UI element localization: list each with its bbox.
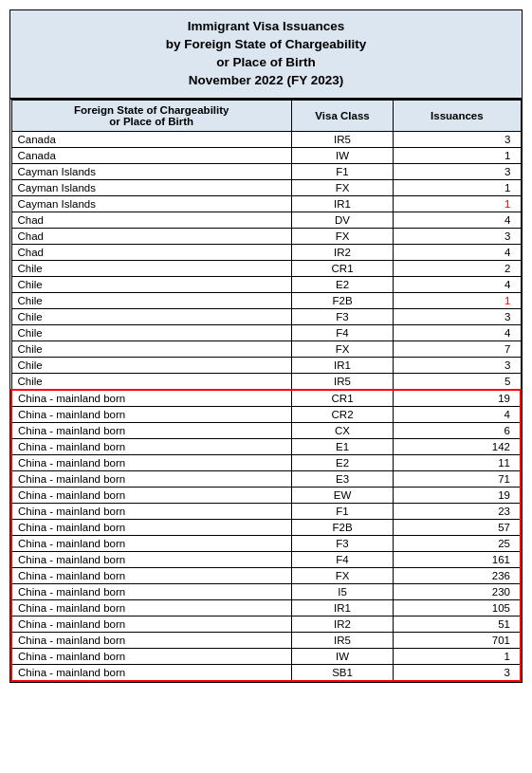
cell-visa: IR5 [291,632,393,648]
cell-issuances: 3 [394,163,521,179]
table-row: China - mainland bornF4161 [11,551,521,567]
table-row: CanadaIW1 [11,147,521,163]
table-row: China - mainland bornIW1 [11,648,521,664]
cell-visa: F4 [291,551,393,567]
cell-country: Cayman Islands [11,163,291,179]
cell-country: China - mainland born [11,519,291,535]
cell-issuances: 4 [394,406,521,422]
title-line3: or Place of Birth [216,55,315,69]
table-row: CanadaIR53 [11,131,521,147]
table-row: China - mainland bornE211 [11,454,521,470]
cell-issuances: 3 [394,308,521,324]
cell-issuances: 161 [394,551,521,567]
table-row: China - mainland bornE371 [11,470,521,487]
cell-country: Chad [11,228,291,244]
cell-visa: IR1 [291,599,393,616]
table-row: China - mainland bornEW19 [11,487,521,503]
cell-issuances: 4 [394,244,521,260]
title-line2: by Foreign State of Chargeability [166,37,367,51]
cell-visa: IR1 [291,195,393,212]
cell-issuances: 4 [394,324,521,340]
main-table: Foreign State of Chargeabilityor Place o… [10,100,522,682]
title-line4: November 2022 (FY 2023) [189,73,343,87]
cell-issuances: 3 [394,228,521,244]
cell-country: China - mainland born [11,648,291,664]
cell-visa: I5 [291,583,393,599]
cell-country: Chile [11,276,291,292]
cell-country: China - mainland born [11,390,291,407]
cell-issuances: 701 [394,632,521,648]
cell-country: China - mainland born [11,487,291,503]
cell-visa: FX [291,567,393,583]
cell-country: Chile [11,308,291,324]
cell-country: China - mainland born [11,567,291,583]
cell-visa: F2B [291,519,393,535]
table-row: China - mainland bornFX236 [11,567,521,583]
cell-country: China - mainland born [11,470,291,487]
table-row: ChileF2B1 [11,292,521,308]
cell-issuances: 142 [394,438,521,454]
table-row: Cayman IslandsF13 [11,163,521,179]
cell-visa: IW [291,147,393,163]
cell-visa: F1 [291,163,393,179]
table-row: China - mainland bornI5230 [11,583,521,599]
cell-country: Cayman Islands [11,195,291,212]
cell-issuances: 25 [394,535,521,551]
cell-visa: E3 [291,470,393,487]
col-header-issuances: Issuances [394,100,521,131]
cell-issuances: 3 [394,131,521,147]
table-row: Cayman IslandsIR11 [11,195,521,212]
table-row: ChileCR12 [11,260,521,276]
cell-visa: FX [291,228,393,244]
cell-visa: E2 [291,276,393,292]
cell-issuances: 1 [394,195,521,212]
cell-issuances: 4 [394,276,521,292]
cell-issuances: 1 [394,147,521,163]
cell-issuances: 1 [394,648,521,664]
cell-country: Cayman Islands [11,179,291,195]
cell-country: China - mainland born [11,535,291,551]
cell-issuances: 5 [394,373,521,390]
cell-country: China - mainland born [11,503,291,519]
table-row: China - mainland bornCR24 [11,406,521,422]
cell-visa: IR5 [291,131,393,147]
cell-issuances: 1 [394,179,521,195]
table-row: ChadIR24 [11,244,521,260]
cell-country: China - mainland born [11,438,291,454]
table-row: ChadDV4 [11,212,521,228]
cell-issuances: 2 [394,260,521,276]
cell-visa: CR2 [291,406,393,422]
table-row: ChileF33 [11,308,521,324]
cell-country: Chile [11,260,291,276]
main-title: Immigrant Visa Issuances by Foreign Stat… [16,18,516,90]
cell-country: Canada [11,147,291,163]
cell-visa: FX [291,179,393,195]
table-row: China - mainland bornCX6 [11,422,521,438]
cell-country: China - mainland born [11,406,291,422]
cell-visa: IR2 [291,616,393,632]
cell-country: Chile [11,357,291,373]
cell-issuances: 19 [394,487,521,503]
table-row: Cayman IslandsFX1 [11,179,521,195]
cell-issuances: 105 [394,599,521,616]
cell-visa: EW [291,487,393,503]
cell-visa: F3 [291,308,393,324]
cell-country: China - mainland born [11,599,291,616]
cell-visa: F2B [291,292,393,308]
cell-country: China - mainland born [11,583,291,599]
table-row: China - mainland bornIR1105 [11,599,521,616]
table-container: Immigrant Visa Issuances by Foreign Stat… [9,9,523,683]
table-row: ChileFX7 [11,340,521,357]
cell-country: China - mainland born [11,616,291,632]
title-area: Immigrant Visa Issuances by Foreign Stat… [10,10,522,100]
table-row: China - mainland bornF123 [11,503,521,519]
cell-issuances: 23 [394,503,521,519]
cell-issuances: 3 [394,664,521,681]
cell-country: Chad [11,244,291,260]
table-row: ChileE24 [11,276,521,292]
cell-country: China - mainland born [11,454,291,470]
table-row: China - mainland bornCR119 [11,390,521,407]
cell-issuances: 19 [394,390,521,407]
col-header-visa: Visa Class [291,100,393,131]
cell-visa: CX [291,422,393,438]
